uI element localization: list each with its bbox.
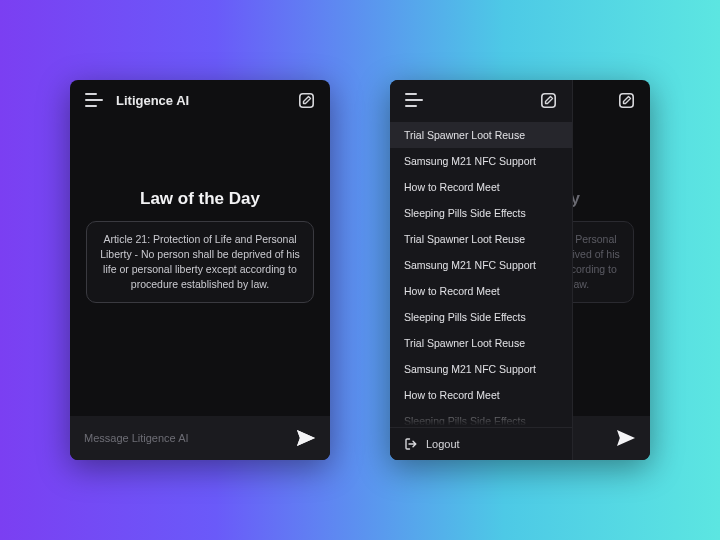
history-item[interactable]: Samsung M21 NFC Support bbox=[390, 148, 572, 174]
message-input-row bbox=[70, 416, 330, 460]
message-input[interactable] bbox=[84, 432, 284, 444]
history-list[interactable]: Trial Spawner Loot Reuse Samsung M21 NFC… bbox=[390, 120, 572, 427]
law-heading: Law of the Day bbox=[140, 189, 260, 209]
history-item[interactable]: Trial Spawner Loot Reuse bbox=[390, 330, 572, 356]
app-window-sidebar-open: Law of the Day Article 21: Protection of… bbox=[390, 80, 650, 460]
logout-label: Logout bbox=[426, 438, 460, 450]
history-item[interactable]: Trial Spawner Loot Reuse bbox=[390, 122, 572, 148]
history-item[interactable]: How to Record Meet bbox=[390, 278, 572, 304]
history-item[interactable]: Sleeping Pills Side Effects bbox=[390, 200, 572, 226]
menu-icon[interactable] bbox=[402, 88, 426, 112]
app-window-default: Litigence AI Law of the Day Article 21: … bbox=[70, 80, 330, 460]
history-item[interactable]: Samsung M21 NFC Support bbox=[390, 252, 572, 278]
logout-button[interactable]: Logout bbox=[390, 427, 572, 460]
svg-rect-2 bbox=[541, 93, 554, 106]
send-icon[interactable] bbox=[294, 426, 318, 450]
history-item[interactable]: How to Record Meet bbox=[390, 174, 572, 200]
history-item[interactable]: Sleeping Pills Side Effects bbox=[390, 304, 572, 330]
history-item[interactable]: Trial Spawner Loot Reuse bbox=[390, 226, 572, 252]
compose-icon[interactable] bbox=[536, 88, 560, 112]
law-card: Article 21: Protection of Life and Perso… bbox=[86, 221, 314, 304]
sidebar: Trial Spawner Loot Reuse Samsung M21 NFC… bbox=[390, 80, 573, 460]
send-icon[interactable] bbox=[614, 426, 638, 450]
history-item[interactable]: Samsung M21 NFC Support bbox=[390, 356, 572, 382]
main-content: Law of the Day Article 21: Protection of… bbox=[70, 98, 330, 394]
logout-icon bbox=[404, 437, 418, 451]
history-item[interactable]: How to Record Meet bbox=[390, 382, 572, 408]
history-item[interactable]: Sleeping Pills Side Effects bbox=[390, 408, 572, 427]
sidebar-header bbox=[390, 80, 572, 120]
